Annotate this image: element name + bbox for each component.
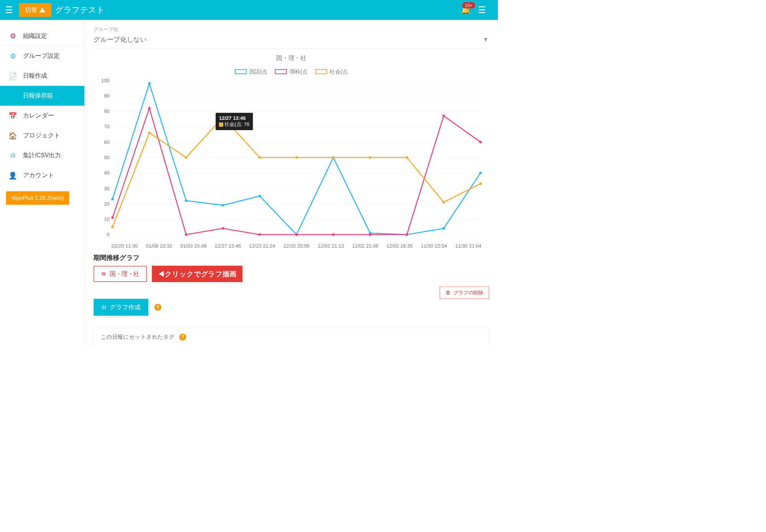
chart-area: 0102030405060708090100 12/27 13:46 社会(点:…: [93, 78, 489, 249]
sidebar-item-2[interactable]: 📄日報作成: [0, 66, 84, 86]
svg-point-22: [111, 198, 114, 201]
x-tick-label: 12/02 21:13: [318, 243, 344, 249]
svg-point-51: [369, 156, 372, 159]
sidebar: ⚙組織設定⚙グループ設定📄日報作成日報保存箱📅カレンダー🏠プロジェクトılı集計…: [0, 20, 85, 346]
layout: ⚙組織設定⚙グループ設定📄日報作成日報保存箱📅カレンダー🏠プロジェクトılı集計…: [0, 20, 498, 346]
sidebar-item-6[interactable]: ılı集計/CSV出力: [0, 145, 84, 165]
svg-point-46: [185, 156, 188, 159]
legend-label: 理科(点: [290, 68, 308, 75]
series-button[interactable]: ≋ 国・理・社: [93, 266, 147, 282]
trash-icon: 🗑: [445, 290, 450, 295]
svg-point-44: [111, 226, 114, 228]
svg-point-41: [406, 233, 408, 236]
svg-point-37: [259, 233, 261, 236]
x-tick-label: 01/08 10:32: [146, 243, 172, 249]
svg-text:100: 100: [101, 78, 110, 83]
sidebar-item-1[interactable]: ⚙グループ設定: [0, 46, 84, 66]
multiline-icon: ≋: [101, 271, 106, 277]
x-tick-label: 12/02 21:06: [352, 243, 378, 249]
svg-point-42: [442, 114, 445, 117]
tooltip-swatch-icon: [219, 122, 223, 126]
sidebar-item-4[interactable]: 📅カレンダー: [0, 106, 84, 126]
sidebar-item-5[interactable]: 🏠プロジェクト: [0, 126, 84, 145]
section-title: 期間推移グラフ: [93, 253, 489, 262]
x-tick-label: 02/20 11:30: [111, 243, 138, 249]
svg-text:0: 0: [107, 232, 110, 238]
notification-badge: 10+: [462, 2, 475, 8]
delete-label: グラフの削除: [453, 289, 483, 296]
svg-point-24: [185, 199, 188, 202]
chart-tooltip: 12/27 13:46 社会(点: 76: [216, 113, 253, 130]
legend-swatch-icon: [235, 69, 247, 74]
tooltip-time: 12/27 13:46: [219, 115, 249, 121]
menu-icon[interactable]: ☰: [5, 5, 13, 15]
gear-icon: ⚙: [9, 32, 17, 40]
sidebar-item-label: グループ設定: [23, 52, 60, 60]
create-graph-button[interactable]: ılı グラフ作成: [93, 299, 148, 316]
user-icon: 👤: [9, 171, 17, 180]
svg-text:10: 10: [104, 216, 110, 222]
group-value: グループ化しない: [93, 35, 147, 44]
legend-item[interactable]: 国語(点: [235, 68, 267, 75]
home-icon: 🏠: [9, 132, 17, 140]
sidebar-item-label: 日報作成: [23, 72, 47, 80]
main-content: グループ化 グループ化しない ▼ 国・理・社 国語(点理科(点社会(点 0102…: [85, 20, 498, 346]
create-row: ılı グラフ作成 ?: [93, 299, 489, 316]
x-tick-label: 12/23 21:24: [249, 243, 275, 249]
tag-header-label: この日報にセットされたタグ: [101, 333, 175, 341]
switch-button[interactable]: 切替: [19, 3, 51, 17]
chart-svg: 0102030405060708090100: [93, 78, 489, 242]
help-icon[interactable]: ?: [154, 304, 161, 311]
file-plus-icon: 📄: [9, 72, 17, 80]
delete-graph-button[interactable]: 🗑 グラフの削除: [440, 287, 489, 299]
x-axis-labels: 02/20 11:3001/08 10:3201/03 20:4812/27 1…: [93, 243, 489, 249]
legend-item[interactable]: 理科(点: [275, 68, 308, 75]
sidebar-item-label: 集計/CSV出力: [23, 152, 61, 160]
calendar-icon: 📅: [9, 112, 17, 120]
group-select[interactable]: グループ化しない ▼: [93, 33, 489, 49]
tag-header: この日報にセットされたタグ ?: [101, 333, 482, 341]
svg-point-53: [442, 201, 445, 204]
svg-point-40: [369, 233, 372, 236]
svg-point-26: [259, 195, 261, 197]
x-tick-label: 01/03 20:48: [180, 243, 207, 249]
create-label: グラフ作成: [110, 303, 140, 311]
svg-point-43: [479, 141, 482, 144]
svg-point-23: [148, 82, 151, 85]
bell-icon[interactable]: 🔔 10+: [461, 5, 471, 15]
sidebar-item-0[interactable]: ⚙組織設定: [0, 26, 84, 46]
chart-title: 国・理・社: [93, 54, 489, 62]
svg-point-31: [442, 227, 445, 230]
triangle-icon: [39, 8, 46, 13]
legend-item[interactable]: 社会(点: [315, 68, 348, 75]
svg-point-50: [332, 156, 335, 159]
sidebar-item-3[interactable]: 日報保存箱: [0, 86, 84, 106]
svg-text:70: 70: [104, 124, 110, 129]
svg-point-38: [295, 233, 298, 236]
tag-edit-button[interactable]: タグの編集 ⌄: [101, 341, 482, 346]
svg-point-32: [479, 171, 482, 174]
svg-text:90: 90: [104, 93, 110, 99]
bars-icon: ılı: [9, 152, 17, 160]
svg-point-33: [111, 216, 114, 219]
svg-point-39: [332, 233, 335, 236]
svg-point-25: [222, 204, 224, 207]
help-icon[interactable]: ?: [179, 334, 186, 341]
right-menu-icon[interactable]: ☰: [478, 5, 486, 15]
svg-point-49: [295, 156, 298, 159]
svg-text:20: 20: [104, 201, 110, 207]
app-header: ☰ 切替 グラフテスト 🔔 10+ ☰: [0, 0, 498, 20]
chevron-down-icon: ▼: [483, 36, 489, 43]
chart-legend: 国語(点理科(点社会(点: [93, 68, 489, 75]
series-button-label: 国・理・社: [110, 270, 139, 278]
blank-icon: [9, 92, 17, 100]
sidebar-item-7[interactable]: 👤アカウント: [0, 165, 84, 185]
svg-point-35: [185, 233, 188, 236]
svg-point-45: [148, 132, 151, 134]
header-right: 🔔 10+ ☰: [461, 5, 492, 15]
version-badge[interactable]: NipoPlus 1.29.2(web): [6, 191, 69, 205]
sidebar-item-label: カレンダー: [23, 112, 54, 120]
svg-text:60: 60: [104, 139, 110, 145]
x-tick-label: 11/30 21:04: [455, 243, 481, 249]
tooltip-label: 社会(点: 76: [224, 121, 249, 127]
